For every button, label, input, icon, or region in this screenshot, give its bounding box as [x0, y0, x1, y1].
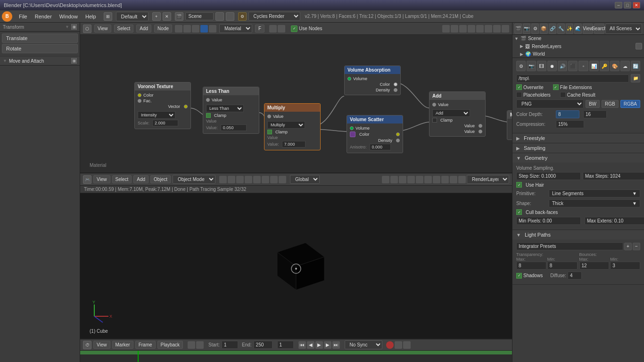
node-view-zoom-out[interactable]	[278, 25, 285, 33]
global-selector[interactable]: Global	[290, 175, 320, 184]
rp-icon-constraints[interactable]: 🔗	[549, 24, 556, 34]
file-ext-checkbox[interactable]: ✓	[553, 84, 559, 90]
tree-item-renderlayers[interactable]: ▶ 🖼 RenderLayers	[512, 42, 644, 50]
multiply-select[interactable]: Multiply	[267, 121, 305, 129]
workspace-remove-btn[interactable]: ✕	[163, 12, 171, 21]
vp-icon3[interactable]	[236, 176, 244, 183]
bounces-min-input[interactable]	[610, 262, 640, 270]
node-frame-btn[interactable]: F	[255, 25, 264, 33]
menu-window[interactable]: Window	[56, 13, 82, 20]
node-less-than[interactable]: Less Than Value Less Than Clamp Value	[203, 87, 259, 134]
vp-right-icon9[interactable]	[450, 176, 457, 183]
max-extens-input[interactable]	[585, 217, 644, 225]
use-hair-checkbox[interactable]: ✓	[516, 182, 522, 188]
file-path-input[interactable]	[516, 74, 629, 82]
current-frame-input[interactable]	[277, 341, 294, 349]
rp-icon-settings[interactable]: ⚙	[531, 24, 539, 34]
node-add-btn[interactable]: Add	[136, 25, 151, 33]
rp-search-btn[interactable]: Search	[594, 24, 604, 34]
node-toolbar-icon7[interactable]	[493, 25, 501, 33]
vp-right-icon10[interactable]	[458, 176, 466, 183]
node-view-btn[interactable]: View	[94, 25, 111, 33]
node-toolbar-icon1[interactable]	[442, 25, 450, 33]
shadows-checkbox[interactable]: ✓	[516, 273, 522, 279]
fi12[interactable]: 🔄	[631, 61, 640, 71]
bounces-max-input[interactable]	[579, 262, 610, 270]
integrator-presets-input[interactable]	[516, 242, 623, 250]
bw-btn[interactable]: BW	[586, 100, 600, 108]
vp-icon6[interactable]	[262, 176, 269, 183]
transform-collapse-icon[interactable]: ▼	[65, 25, 69, 29]
less-than-select[interactable]: Less Than	[206, 105, 244, 112]
vp-right-icon2[interactable]	[390, 176, 398, 183]
step-size-input[interactable]	[516, 172, 581, 180]
voronoi-intensity-select[interactable]: Intensity	[138, 111, 175, 119]
object-mode-selector[interactable]: Object Mode	[173, 175, 215, 184]
scene-add-btn[interactable]	[215, 12, 224, 21]
node-toolbar-icon5[interactable]	[476, 25, 484, 33]
maximize-button[interactable]: □	[624, 2, 631, 8]
viewport-view-btn[interactable]: View	[93, 175, 110, 183]
node-toolbar-icon2[interactable]	[451, 25, 458, 33]
node-volume-scatter[interactable]: Volume Scatter Volume Color Density Anis…	[347, 115, 403, 153]
tl-play[interactable]: ▶	[315, 341, 323, 349]
vp-right-icon4[interactable]	[407, 176, 415, 183]
translate-button[interactable]: Translate	[2, 33, 78, 43]
rgb-btn[interactable]: RGB	[602, 100, 619, 108]
light-paths-header[interactable]: ▼ Light Paths	[512, 230, 644, 239]
rp-scene-select[interactable]: All Scenes	[605, 24, 642, 34]
add-select[interactable]: Add	[432, 109, 470, 117]
overwrite-checkbox[interactable]: ✓	[516, 84, 522, 90]
rp-icon-physics[interactable]: 🌊	[574, 24, 582, 34]
vp-right-icon1[interactable]	[382, 176, 389, 183]
node-select-btn[interactable]: Select	[114, 25, 134, 33]
primitive-dropdown[interactable]: Line Segments ▼	[549, 189, 640, 197]
tl-keying-btn[interactable]	[403, 341, 411, 349]
fi11[interactable]: ☁	[620, 61, 630, 71]
vp-icon7[interactable]	[270, 176, 278, 183]
tl-jump-end[interactable]: ⏭	[332, 341, 340, 349]
scene-input[interactable]	[185, 12, 214, 20]
viewport-object-btn[interactable]: Object	[150, 175, 171, 183]
node-volume-absorption[interactable]: Volume Absorption Volume Color Density	[344, 66, 401, 95]
start-frame-input[interactable]	[222, 341, 238, 349]
menu-render[interactable]: Render	[31, 13, 56, 20]
add-clamp-checkbox[interactable]	[432, 118, 437, 123]
vp-icon2[interactable]	[228, 176, 235, 183]
scene-remove-btn[interactable]	[226, 12, 234, 21]
less-than-value-input[interactable]	[221, 124, 247, 131]
cull-checkbox[interactable]: ✓	[516, 209, 522, 215]
trans-max-input[interactable]	[516, 262, 546, 270]
node-toolbar-icon6[interactable]	[485, 25, 492, 33]
node-toolbar-icon8[interactable]	[502, 25, 509, 33]
format-selector[interactable]: PNG	[516, 99, 584, 108]
sampling-header[interactable]: ▶ Sampling	[512, 143, 644, 153]
node-voronoi[interactable]: Voronoi Texture Color Fac. Vector Intens…	[134, 82, 191, 129]
node-mode-icon2[interactable]	[183, 25, 191, 33]
node-canvas[interactable]: Voronoi Texture Color Fac. Vector Intens…	[80, 35, 512, 173]
node-mode-icon3[interactable]	[192, 25, 199, 33]
fi3[interactable]: 🎞	[537, 61, 546, 71]
placeholders-checkbox[interactable]	[516, 92, 522, 98]
rp-icon-particle[interactable]: ✨	[566, 24, 573, 34]
diffuse-input[interactable]	[568, 272, 582, 280]
tree-item-world[interactable]: ▶ 🌍 World	[512, 50, 644, 58]
workspace-icon[interactable]: ⊞	[104, 12, 112, 21]
rp-icon-modifier[interactable]: 🔧	[557, 24, 565, 34]
anisotropy-input[interactable]	[370, 144, 391, 150]
vp-icon4[interactable]	[245, 176, 252, 183]
integrator-remove-btn[interactable]: −	[633, 243, 640, 250]
close-button[interactable]: ✕	[633, 2, 640, 8]
workspace-selector[interactable]: Default	[116, 12, 149, 21]
node-editor-type-icon[interactable]: ⬡	[83, 25, 91, 33]
multiply-value-input[interactable]	[282, 141, 305, 148]
minimize-button[interactable]: –	[615, 2, 622, 8]
color-depth-16-input[interactable]	[583, 110, 607, 118]
rp-icon-object[interactable]: 📦	[540, 24, 547, 34]
menu-file[interactable]: File	[15, 13, 31, 20]
workspace-add-btn[interactable]: +	[152, 12, 161, 21]
shape-dropdown[interactable]: Thick ▼	[549, 199, 640, 207]
node-node-btn[interactable]: Node	[154, 25, 172, 33]
end-frame-input[interactable]	[254, 341, 272, 349]
render-layer-selector[interactable]: RenderLayer	[467, 175, 509, 184]
